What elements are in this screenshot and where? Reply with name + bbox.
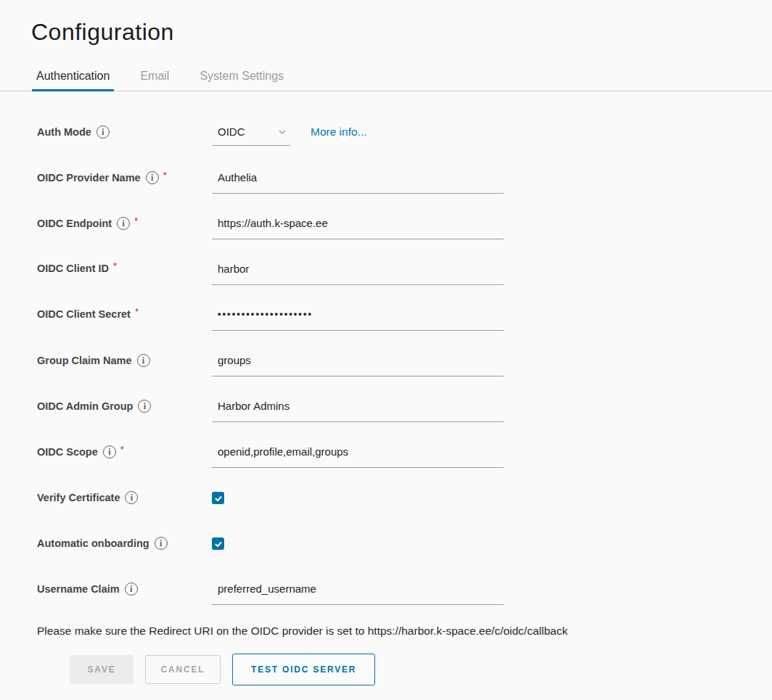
field-value: https://auth.k-space.ee <box>218 217 328 229</box>
info-icon[interactable]: i <box>138 400 151 413</box>
check-icon <box>214 494 223 503</box>
oidc-endpoint-input[interactable]: https://auth.k-space.ee <box>212 217 504 239</box>
field-label: Verify Certificate <box>37 492 120 503</box>
chevron-down-icon <box>277 127 287 137</box>
field-label-group: OIDC Client ID * <box>37 263 212 274</box>
page-title: Configuration <box>0 0 772 46</box>
field-control: openid,profile,email,groups <box>212 445 772 468</box>
field-control <box>212 491 772 504</box>
required-asterisk: * <box>134 215 138 226</box>
field-value: openid,profile,email,groups <box>218 445 348 458</box>
field-label-group: OIDC Provider Name i * <box>37 171 212 184</box>
field-label-group: Group Claim Name i <box>37 354 212 367</box>
oidc-client-secret-input[interactable]: •••••••••••••••••••• <box>212 308 504 331</box>
field-label: OIDC Endpoint <box>37 218 112 229</box>
field-label: OIDC Client ID <box>37 263 109 274</box>
field-label-group: OIDC Admin Group i <box>37 400 212 413</box>
field-control: OIDC More info... <box>212 125 772 146</box>
field-value: preferred_username <box>218 582 316 595</box>
field-label-group: Auth Mode i <box>37 125 212 139</box>
field-label: Group Claim Name <box>37 355 132 366</box>
oidc-provider-name-input[interactable]: Authelia <box>212 171 504 194</box>
field-label: OIDC Provider Name <box>37 172 141 184</box>
field-control: https://auth.k-space.ee <box>212 217 772 239</box>
tab-authentication[interactable]: Authentication <box>32 65 114 91</box>
field-control: preferred_username <box>212 582 772 605</box>
tab-label: Authentication <box>36 70 110 82</box>
form-row-oidc-client-secret: OIDC Client Secret * •••••••••••••••••••… <box>37 308 772 354</box>
group-claim-name-input[interactable]: groups <box>212 354 504 376</box>
tab-label: Email <box>140 70 169 82</box>
required-asterisk: * <box>113 260 117 271</box>
form-row-group-claim-name: Group Claim Name i groups <box>37 354 772 400</box>
info-icon[interactable]: i <box>146 171 159 184</box>
form-rows: Auth Mode i OIDC More info... OIDC Provi… <box>37 125 772 605</box>
form-row-oidc-endpoint: OIDC Endpoint i * https://auth.k-space.e… <box>37 217 772 263</box>
oidc-client-id-input[interactable]: harbor <box>212 263 504 285</box>
cancel-button[interactable]: CANCEL <box>145 655 221 684</box>
action-bar: SAVE CANCEL TEST OIDC SERVER <box>70 654 772 685</box>
field-control: Authelia <box>212 171 772 194</box>
required-asterisk: * <box>135 306 139 317</box>
field-value: groups <box>218 354 251 366</box>
tab-system-settings[interactable]: System Settings <box>195 65 288 91</box>
field-value: Authelia <box>218 171 257 184</box>
field-label-group: OIDC Scope i * <box>37 445 212 458</box>
oidc-scope-input[interactable]: openid,profile,email,groups <box>212 445 504 468</box>
field-value: harbor <box>218 263 249 275</box>
info-icon[interactable]: i <box>125 491 138 504</box>
form-row-username-claim: Username Claim i preferred_username <box>37 582 772 605</box>
info-icon[interactable]: i <box>155 537 168 550</box>
test-oidc-server-button[interactable]: TEST OIDC SERVER <box>232 654 375 685</box>
field-label: Auth Mode <box>37 126 91 138</box>
tab-email[interactable]: Email <box>136 65 173 91</box>
field-control: Harbor Admins <box>212 400 772 422</box>
field-value: •••••••••••••••••••• <box>218 308 313 319</box>
select-value: OIDC <box>218 125 245 138</box>
form-row-oidc-client-id: OIDC Client ID * harbor <box>37 263 772 308</box>
field-control <box>212 537 772 550</box>
configuration-page: Configuration Authentication Email Syste… <box>0 0 772 700</box>
field-label-group: OIDC Client Secret * <box>37 308 212 320</box>
info-icon[interactable]: i <box>96 125 110 139</box>
required-asterisk: * <box>120 444 124 455</box>
auth-config-form: Auth Mode i OIDC More info... OIDC Provi… <box>0 91 772 685</box>
form-row-oidc-provider-name: OIDC Provider Name i * Authelia <box>37 171 772 217</box>
info-icon[interactable]: i <box>103 445 116 458</box>
check-icon <box>214 540 223 548</box>
verify-certificate-checkbox[interactable] <box>212 492 224 504</box>
info-icon[interactable]: i <box>137 354 150 367</box>
tab-label: System Settings <box>200 70 284 82</box>
field-label: Username Claim <box>37 583 120 595</box>
field-control: harbor <box>212 263 772 285</box>
auth-mode-select[interactable]: OIDC <box>212 125 290 146</box>
form-row-verify-certificate: Verify Certificate i <box>37 491 772 537</box>
required-asterisk: * <box>163 170 167 181</box>
save-button[interactable]: SAVE <box>70 655 134 684</box>
field-label-group: Username Claim i <box>37 582 212 596</box>
field-label: Automatic onboarding <box>37 538 149 549</box>
field-label-group: OIDC Endpoint i * <box>37 217 212 230</box>
field-control: groups <box>212 354 772 376</box>
form-row-auth-mode: Auth Mode i OIDC More info... <box>37 125 772 171</box>
field-label: OIDC Client Secret <box>37 308 131 320</box>
field-label: OIDC Admin Group <box>37 400 133 412</box>
info-icon[interactable]: i <box>117 217 130 230</box>
field-control: •••••••••••••••••••• <box>212 308 772 331</box>
form-row-oidc-admin-group: OIDC Admin Group i Harbor Admins <box>37 400 772 445</box>
username-claim-input[interactable]: preferred_username <box>212 582 504 605</box>
tab-bar: Authentication Email System Settings <box>0 65 772 91</box>
oidc-admin-group-input[interactable]: Harbor Admins <box>212 400 504 422</box>
form-row-automatic-onboarding: Automatic onboarding i <box>37 537 772 582</box>
field-label: OIDC Scope <box>37 446 98 458</box>
field-value: Harbor Admins <box>218 400 290 412</box>
automatic-onboarding-checkbox[interactable] <box>212 538 224 550</box>
field-label-group: Verify Certificate i <box>37 491 212 504</box>
field-label-group: Automatic onboarding i <box>37 537 212 550</box>
more-info-link[interactable]: More info... <box>311 125 367 139</box>
redirect-uri-note: Please make sure the Redirect URI on the… <box>37 625 772 638</box>
info-icon[interactable]: i <box>125 582 138 596</box>
form-row-oidc-scope: OIDC Scope i * openid,profile,email,grou… <box>37 445 772 491</box>
